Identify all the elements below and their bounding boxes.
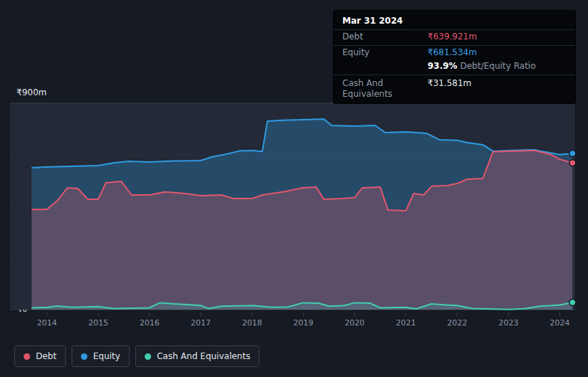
tooltip-debt-value: ₹639.921m — [428, 32, 477, 42]
tooltip-row-equity: Equity ₹681.534m — [334, 46, 575, 59]
svg-text:2021: 2021 — [396, 318, 416, 328]
tooltip-debt-label: Debt — [342, 32, 428, 42]
legend-equity-dot-icon — [81, 353, 87, 360]
legend-item-cash[interactable]: Cash And Equivalents — [135, 345, 260, 367]
legend-equity-label: Equity — [93, 351, 120, 361]
svg-text:2022: 2022 — [447, 318, 467, 328]
legend-item-equity[interactable]: Equity — [72, 345, 130, 367]
svg-text:2017: 2017 — [191, 318, 211, 328]
tooltip-cash-label: Cash And Equivalents — [342, 78, 428, 100]
legend-item-debt[interactable]: Debt — [14, 345, 66, 367]
svg-text:2023: 2023 — [498, 318, 519, 328]
svg-text:2019: 2019 — [294, 318, 314, 328]
y-axis-label-max: ₹900m — [16, 87, 47, 97]
svg-text:2016: 2016 — [140, 318, 160, 328]
tooltip-date: Mar 31 2024 — [334, 11, 575, 30]
legend-cash-label: Cash And Equivalents — [157, 351, 251, 361]
tooltip-cash-value: ₹31.581m — [428, 78, 471, 89]
tooltip-row-ratio: 93.9% Debt/Equity Ratio — [334, 59, 575, 75]
tooltip-row-cash: Cash And Equivalents ₹31.581m — [334, 75, 575, 103]
chart-plot-svg[interactable]: 2014201520162017201820192020202120222023… — [10, 103, 575, 331]
tooltip-equity-label: Equity — [342, 47, 428, 58]
tooltip-equity-value: ₹681.534m — [428, 47, 477, 58]
svg-text:2014: 2014 — [37, 318, 57, 328]
tooltip-row-debt: Debt ₹639.921m — [334, 30, 575, 46]
legend-cash-dot-icon — [145, 353, 151, 360]
tooltip-ratio-percent: 93.9% — [428, 61, 458, 71]
svg-text:2024: 2024 — [550, 318, 570, 328]
chart-canvas: { "page": { "bg_color": "#151a23", "plot… — [0, 0, 588, 377]
svg-text:2015: 2015 — [88, 318, 108, 328]
legend-debt-dot-icon — [24, 353, 30, 360]
debt-equity-history-chart[interactable]: 2014201520162017201820192020202120222023… — [10, 103, 575, 331]
chart-legend: Debt Equity Cash And Equivalents — [14, 345, 259, 367]
chart-tooltip: Mar 31 2024 Debt ₹639.921m Equity ₹681.5… — [334, 11, 575, 103]
svg-text:2018: 2018 — [242, 318, 262, 328]
tooltip-ratio-value: 93.9% Debt/Equity Ratio — [428, 61, 536, 72]
legend-debt-label: Debt — [36, 351, 57, 361]
svg-text:2020: 2020 — [344, 318, 365, 328]
tooltip-ratio-label: Debt/Equity Ratio — [460, 61, 536, 71]
